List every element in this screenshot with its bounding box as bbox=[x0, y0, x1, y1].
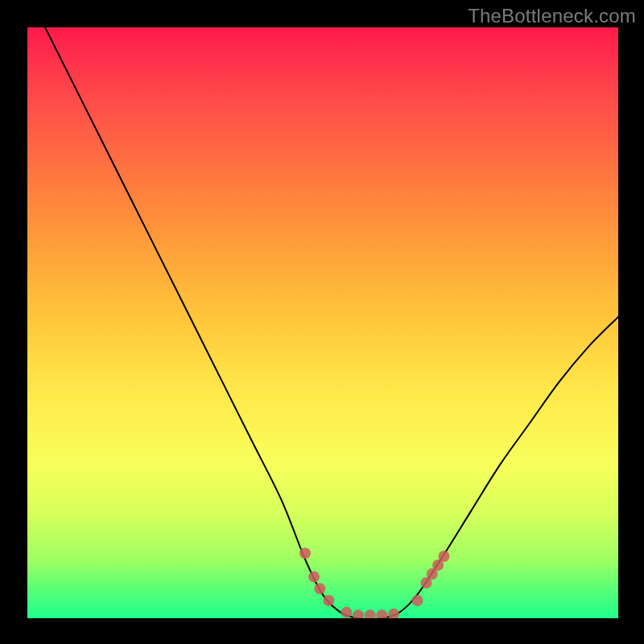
marker-group bbox=[299, 547, 449, 618]
watermark-text: TheBottleneck.com bbox=[468, 5, 636, 27]
data-marker bbox=[314, 583, 325, 594]
data-marker bbox=[376, 609, 387, 618]
data-marker bbox=[308, 572, 320, 583]
data-marker bbox=[353, 609, 364, 618]
plot-area bbox=[27, 27, 618, 618]
data-marker bbox=[365, 609, 376, 618]
bottleneck-curve bbox=[45, 27, 618, 618]
chart-svg bbox=[27, 27, 618, 618]
data-marker bbox=[438, 551, 449, 562]
data-marker bbox=[299, 547, 311, 559]
data-marker bbox=[411, 595, 423, 606]
data-marker bbox=[323, 595, 334, 606]
chart-frame: TheBottleneck.com bbox=[0, 0, 644, 644]
data-marker bbox=[388, 609, 399, 618]
data-marker bbox=[341, 607, 352, 618]
